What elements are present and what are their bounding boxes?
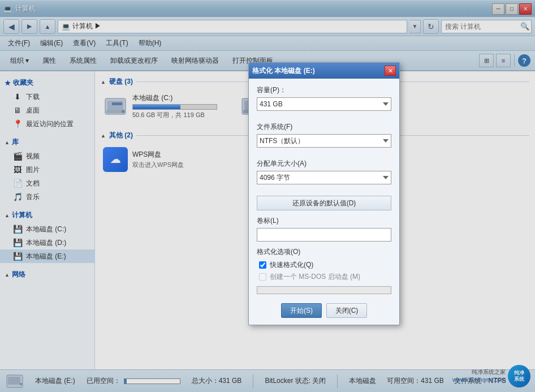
dialog-close-x-button[interactable]: ✕ bbox=[385, 66, 396, 76]
quick-format-checkbox[interactable] bbox=[259, 261, 266, 269]
volume-label: 卷标(L) bbox=[257, 216, 391, 226]
capacity-select[interactable]: 431 GB bbox=[257, 97, 391, 111]
dialog-title-text: 格式化 本地磁盘 (E:) bbox=[252, 66, 385, 76]
dialog-overlay: 格式化 本地磁盘 (E:) ✕ 容量(P)： 431 GB 文件系统(F) NT… bbox=[0, 0, 535, 392]
quick-format-row: 快速格式化(Q) bbox=[257, 260, 391, 270]
restore-defaults-button[interactable]: 还原设备的默认值(D) bbox=[257, 196, 391, 210]
alloc-label: 分配单元大小(A) bbox=[257, 159, 391, 169]
msdos-checkbox[interactable] bbox=[259, 273, 266, 281]
msdos-row: 创建一个 MS-DOS 启动盘 (M) bbox=[257, 272, 391, 282]
capacity-label: 容量(P)： bbox=[257, 85, 391, 95]
msdos-label: 创建一个 MS-DOS 启动盘 (M) bbox=[270, 272, 360, 282]
start-button[interactable]: 开始(S) bbox=[281, 303, 322, 318]
volume-input[interactable] bbox=[257, 228, 391, 242]
close-dialog-button[interactable]: 关闭(C) bbox=[326, 303, 367, 318]
dialog-buttons: 开始(S) 关闭(C) bbox=[257, 301, 391, 318]
filesystem-label: 文件系统(F) bbox=[257, 122, 391, 132]
dialog-body: 容量(P)： 431 GB 文件系统(F) NTFS（默认） 分配单元大小(A)… bbox=[249, 79, 399, 325]
quick-format-label[interactable]: 快速格式化(Q) bbox=[270, 260, 313, 270]
options-label: 格式化选项(O) bbox=[257, 247, 391, 257]
format-dialog: 格式化 本地磁盘 (E:) ✕ 容量(P)： 431 GB 文件系统(F) NT… bbox=[248, 62, 400, 325]
dialog-title-bar[interactable]: 格式化 本地磁盘 (E:) ✕ bbox=[249, 63, 399, 79]
format-progress-bar bbox=[257, 286, 391, 294]
alloc-select[interactable]: 4096 字节 bbox=[257, 171, 391, 184]
filesystem-select[interactable]: NTFS（默认） bbox=[257, 134, 391, 148]
